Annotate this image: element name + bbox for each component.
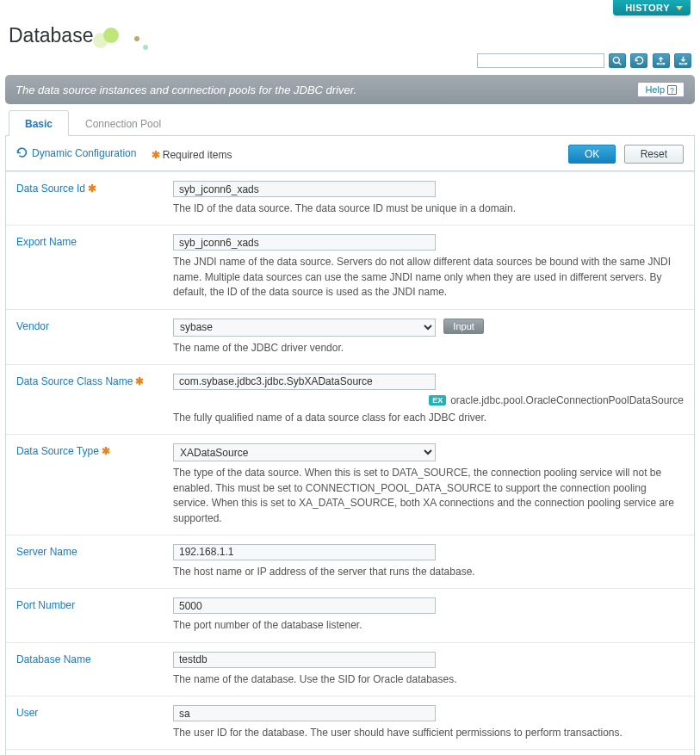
required-items-legend: ✱Required items	[152, 149, 232, 161]
export-xml-icon-button[interactable]: XML	[653, 53, 670, 68]
section-description: The data source instances and connection…	[15, 84, 356, 96]
desc-user: The user ID for the database. The user s…	[173, 726, 684, 740]
input-database-name[interactable]	[173, 652, 436, 668]
input-port-number[interactable]	[173, 597, 436, 614]
ex-badge-icon: EX	[429, 395, 446, 405]
desc-server-name: The host name or IP address of the serve…	[173, 565, 684, 579]
tab-basic[interactable]: Basic	[9, 110, 69, 136]
dynamic-configuration-legend: Dynamic Configuration	[16, 147, 136, 159]
svg-text:XML: XML	[680, 62, 686, 65]
desc-ds-class-name: The fully qualified name of a data sourc…	[173, 411, 684, 425]
desc-export-name: The JNDI name of the data source. Server…	[173, 255, 684, 300]
desc-vendor: The name of the JDBC driver vendor.	[173, 341, 684, 356]
svg-point-0	[614, 57, 620, 63]
required-star-icon: ✱	[152, 149, 160, 161]
history-button[interactable]: HISTORY	[613, 0, 691, 15]
input-data-source-id[interactable]	[173, 181, 436, 197]
label-user: User	[16, 705, 173, 719]
select-vendor[interactable]: sybase	[173, 319, 436, 337]
svg-text:XML: XML	[658, 62, 664, 65]
desc-data-source-id: The ID of the data source. The data sour…	[173, 201, 684, 216]
input-server-name[interactable]	[173, 544, 436, 560]
ex-ds-class-text: oracle.jdbc.pool.OracleConnectionPoolDat…	[450, 394, 684, 406]
label-ds-type: Data Source Type✱	[16, 443, 173, 457]
tab-row: Basic Connection Pool	[5, 109, 695, 136]
label-data-source-id: Data Source Id✱	[16, 181, 173, 195]
desc-database-name: The name of the database. Use the SID fo…	[173, 672, 684, 687]
label-export-name: Export Name	[16, 234, 173, 248]
select-ds-type[interactable]: XADataSource	[173, 443, 436, 461]
vendor-input-button[interactable]: Input	[443, 319, 483, 334]
label-database-name: Database Name	[16, 652, 173, 665]
search-input[interactable]	[477, 53, 604, 68]
label-vendor: Vendor	[16, 319, 173, 332]
label-server-name: Server Name	[16, 544, 173, 558]
label-ds-class-name: Data Source Class Name✱	[16, 374, 173, 387]
refresh-icon	[16, 147, 28, 158]
help-button[interactable]: Help?	[637, 82, 685, 97]
svg-line-1	[619, 63, 622, 65]
ok-button[interactable]: OK	[568, 145, 616, 164]
tab-connection-pool[interactable]: Connection Pool	[69, 110, 177, 136]
refresh-icon-button[interactable]	[630, 53, 647, 68]
section-header: The data source instances and connection…	[5, 75, 695, 104]
reset-button[interactable]: Reset	[624, 145, 684, 164]
desc-port-number: The port number of the database listener…	[173, 618, 684, 633]
input-ds-class-name[interactable]	[173, 374, 436, 390]
search-icon-button[interactable]	[609, 53, 626, 68]
import-xml-icon-button[interactable]: XML	[674, 53, 691, 68]
input-user[interactable]	[173, 705, 436, 721]
page-title: Database	[9, 24, 691, 47]
desc-ds-type: The type of the data source. When this i…	[173, 466, 684, 526]
label-port-number: Port Number	[16, 597, 173, 611]
input-export-name[interactable]	[173, 234, 436, 251]
